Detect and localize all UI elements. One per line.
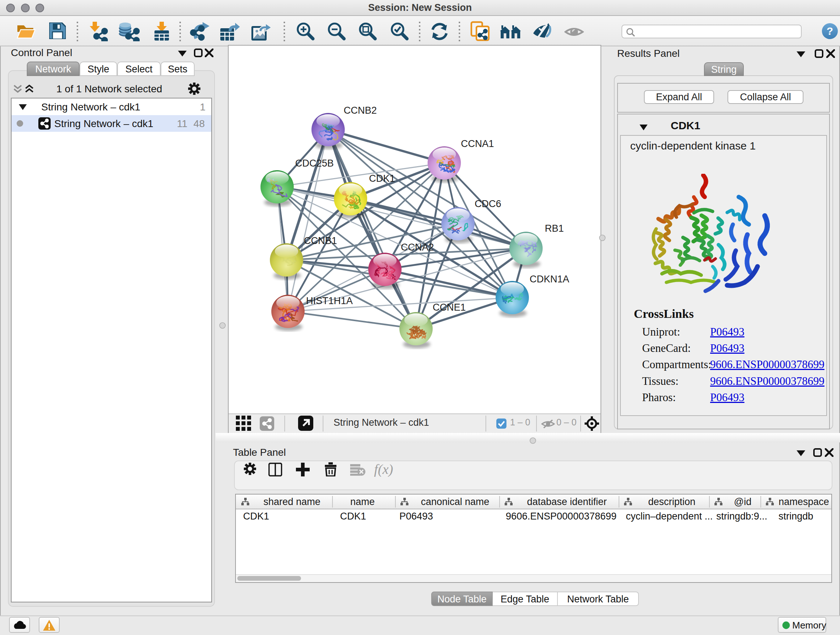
svg-text:CCNB2: CCNB2 xyxy=(344,105,377,116)
svg-text:CCNE1: CCNE1 xyxy=(433,302,466,313)
svg-text:RB1: RB1 xyxy=(545,223,564,234)
svg-text:CDC25B: CDC25B xyxy=(295,158,334,169)
svg-text:CCNA2: CCNA2 xyxy=(401,242,434,253)
svg-text:CDK1: CDK1 xyxy=(369,173,395,184)
svg-text:CDKN1A: CDKN1A xyxy=(530,274,569,285)
svg-text:CCNB1: CCNB1 xyxy=(304,235,337,246)
svg-text:CDC6: CDC6 xyxy=(475,198,501,209)
svg-text:HIST1H1A: HIST1H1A xyxy=(306,295,353,306)
svg-text:CCNA1: CCNA1 xyxy=(461,138,494,149)
